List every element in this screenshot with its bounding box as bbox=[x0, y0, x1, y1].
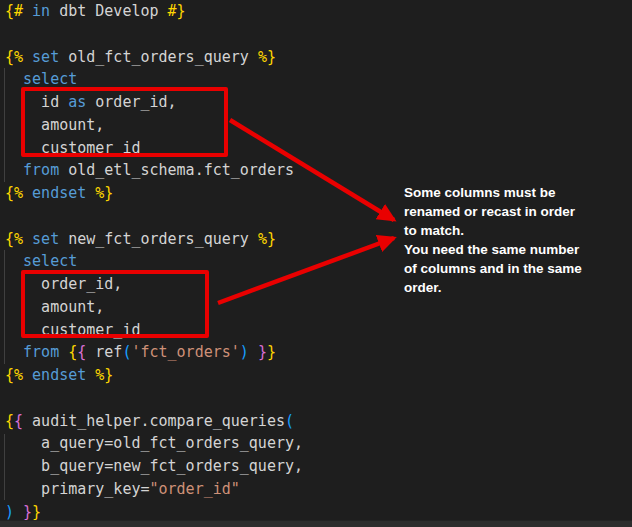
code-token: } bbox=[258, 343, 267, 361]
code-line[interactable] bbox=[5, 23, 632, 46]
annotation-line: to match. bbox=[404, 221, 614, 240]
code-token: %} bbox=[95, 366, 113, 384]
code-token: %} bbox=[95, 184, 113, 202]
code-token bbox=[5, 343, 23, 361]
code-token: dbt Develop bbox=[50, 2, 167, 20]
code-token bbox=[23, 2, 32, 20]
annotation-line: Some columns must be bbox=[404, 183, 614, 202]
code-token: endset bbox=[32, 366, 86, 384]
code-token bbox=[5, 252, 23, 270]
code-token: in bbox=[32, 2, 50, 20]
code-token: endset bbox=[32, 184, 86, 202]
code-token: set bbox=[32, 230, 59, 248]
code-token: old_fct_orders_query bbox=[59, 48, 258, 66]
code-token: from bbox=[23, 343, 59, 361]
code-line[interactable]: {# in dbt Develop #} bbox=[5, 0, 632, 23]
code-token bbox=[23, 184, 32, 202]
code-token bbox=[23, 230, 32, 248]
code-token: from bbox=[23, 161, 59, 179]
code-token: b_query=new_fct_orders_query, bbox=[5, 457, 303, 475]
code-token bbox=[86, 184, 95, 202]
code-token: { bbox=[68, 343, 77, 361]
editor-screen: {# in dbt Develop #}{% set old_fct_order… bbox=[0, 0, 632, 527]
code-token bbox=[14, 503, 23, 521]
highlight-box-new-columns bbox=[21, 270, 209, 338]
code-token: { bbox=[77, 343, 86, 361]
code-token: {% bbox=[5, 366, 23, 384]
code-line[interactable] bbox=[5, 387, 632, 410]
code-token: {% bbox=[5, 230, 23, 248]
code-token: } bbox=[32, 503, 41, 521]
code-line[interactable]: from {{ ref('fct_orders') }} bbox=[5, 341, 632, 364]
annotation-line: order. bbox=[404, 278, 614, 297]
code-token: { bbox=[5, 412, 14, 430]
code-line[interactable]: {% endset %} bbox=[5, 364, 632, 387]
code-line[interactable]: a_query=old_fct_orders_query, bbox=[5, 432, 632, 455]
code-token: new_fct_orders_query bbox=[59, 230, 258, 248]
code-token: ( bbox=[285, 412, 294, 430]
code-token: old_etl_schema.fct_orders bbox=[59, 161, 294, 179]
annotation-note: Some columns must be renamed or recast i… bbox=[404, 183, 614, 297]
code-token bbox=[23, 48, 32, 66]
code-token: ref bbox=[86, 343, 122, 361]
code-token: select bbox=[23, 252, 77, 270]
annotation-line: of columns and in the same bbox=[404, 259, 614, 278]
highlight-box-old-columns bbox=[21, 87, 228, 157]
code-token: {# bbox=[5, 2, 23, 20]
code-token: {% bbox=[5, 48, 23, 66]
code-token: select bbox=[23, 70, 77, 88]
code-token: %} bbox=[258, 48, 276, 66]
code-line[interactable]: b_query=new_fct_orders_query, bbox=[5, 455, 632, 478]
code-token: %} bbox=[258, 230, 276, 248]
code-token: ) bbox=[5, 503, 14, 521]
code-token: "order_id" bbox=[150, 480, 240, 498]
code-token: { bbox=[14, 412, 23, 430]
code-token bbox=[86, 366, 95, 384]
code-token bbox=[5, 70, 23, 88]
code-token: a_query=old_fct_orders_query, bbox=[5, 434, 303, 452]
code-token bbox=[23, 366, 32, 384]
code-line[interactable]: primary_key="order_id" bbox=[5, 478, 632, 501]
code-token bbox=[5, 161, 23, 179]
code-line[interactable]: from old_etl_schema.fct_orders bbox=[5, 159, 632, 182]
code-line[interactable]: {% set old_fct_orders_query %} bbox=[5, 46, 632, 69]
code-token: #} bbox=[168, 2, 186, 20]
code-token: primary_key= bbox=[5, 480, 150, 498]
code-token: set bbox=[32, 48, 59, 66]
code-token: } bbox=[23, 503, 32, 521]
code-token: audit_helper.compare_queries bbox=[23, 412, 285, 430]
code-token bbox=[249, 343, 258, 361]
code-token: {% bbox=[5, 184, 23, 202]
annotation-line: renamed or recast in order bbox=[404, 202, 614, 221]
code-token: } bbox=[267, 343, 276, 361]
code-token: ) bbox=[240, 343, 249, 361]
code-token bbox=[59, 343, 68, 361]
code-token: 'fct_orders' bbox=[131, 343, 239, 361]
code-line[interactable]: {{ audit_helper.compare_queries( bbox=[5, 410, 632, 433]
editor-bottom-strip bbox=[0, 520, 632, 527]
annotation-line: You need the same number bbox=[404, 240, 614, 259]
